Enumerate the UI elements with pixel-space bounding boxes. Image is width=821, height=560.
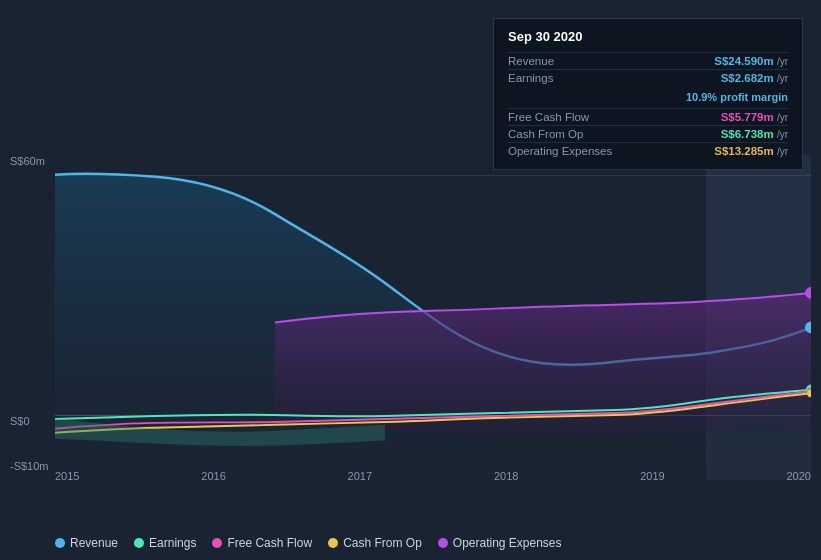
tooltip-card: Sep 30 2020 Revenue S$24.590m /yr Earnin… (493, 18, 803, 170)
legend-dot-opex (438, 538, 448, 548)
tooltip-row-revenue: Revenue S$24.590m /yr (508, 52, 788, 69)
tooltip-label-opex: Operating Expenses (508, 145, 618, 157)
legend-earnings[interactable]: Earnings (134, 536, 196, 550)
legend-dot-revenue (55, 538, 65, 548)
tooltip-value-revenue: S$24.590m /yr (714, 55, 788, 67)
tooltip-label-fcf: Free Cash Flow (508, 111, 618, 123)
tooltip-value-earnings: S$2.682m /yr (721, 72, 788, 84)
x-label-2017: 2017 (348, 470, 372, 482)
x-axis: 2015 2016 2017 2018 2019 2020 (55, 470, 811, 482)
legend-dot-fcf (212, 538, 222, 548)
tooltip-label-cashop: Cash From Op (508, 128, 618, 140)
y-axis-0: S$0 (10, 415, 30, 427)
legend-dot-earnings (134, 538, 144, 548)
tooltip-value-opex: S$13.285m /yr (714, 145, 788, 157)
legend-fcf[interactable]: Free Cash Flow (212, 536, 312, 550)
legend-label-revenue: Revenue (70, 536, 118, 550)
tooltip-value-fcf: S$5.779m /yr (721, 111, 788, 123)
x-label-2020: 2020 (786, 470, 810, 482)
tooltip-value-cashop: S$6.738m /yr (721, 128, 788, 140)
x-label-2016: 2016 (201, 470, 225, 482)
tooltip-row-opex: Operating Expenses S$13.285m /yr (508, 142, 788, 159)
legend-dot-cashop (328, 538, 338, 548)
x-label-2018: 2018 (494, 470, 518, 482)
legend-label-fcf: Free Cash Flow (227, 536, 312, 550)
profit-margin-label: 10.9% profit margin (686, 91, 788, 103)
x-label-2015: 2015 (55, 470, 79, 482)
tooltip-date: Sep 30 2020 (508, 29, 788, 44)
legend-label-cashop: Cash From Op (343, 536, 422, 550)
x-label-2019: 2019 (640, 470, 664, 482)
legend-opex[interactable]: Operating Expenses (438, 536, 562, 550)
legend-cashop[interactable]: Cash From Op (328, 536, 422, 550)
legend-label-opex: Operating Expenses (453, 536, 562, 550)
chart-svg (55, 155, 811, 480)
legend: Revenue Earnings Free Cash Flow Cash Fro… (55, 536, 562, 550)
tooltip-row-cashop: Cash From Op S$6.738m /yr (508, 125, 788, 142)
legend-revenue[interactable]: Revenue (55, 536, 118, 550)
tooltip-label-earnings: Earnings (508, 72, 618, 84)
y-axis-60: S$60m (10, 155, 45, 167)
tooltip-row-fcf: Free Cash Flow S$5.779m /yr (508, 108, 788, 125)
legend-label-earnings: Earnings (149, 536, 196, 550)
tooltip-label-revenue: Revenue (508, 55, 618, 67)
tooltip-row-earnings: Earnings S$2.682m /yr (508, 69, 788, 86)
y-axis-neg10: -S$10m (10, 460, 49, 472)
